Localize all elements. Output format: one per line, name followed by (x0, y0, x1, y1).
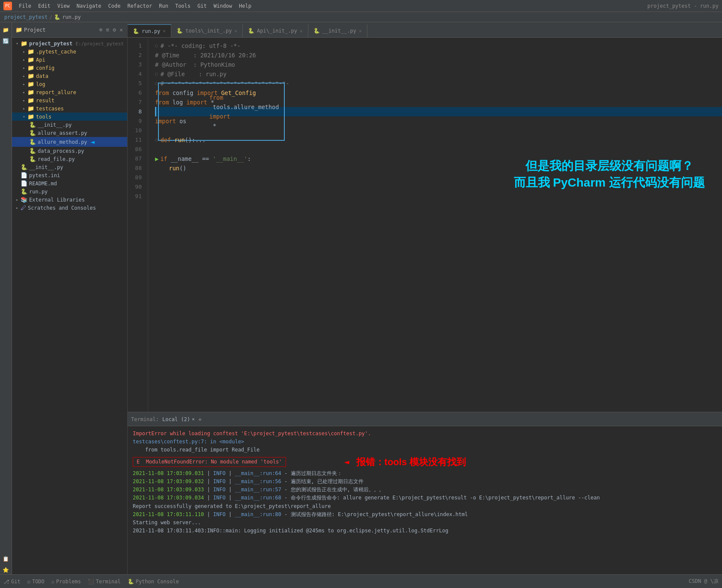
terminal-add-button[interactable]: + (198, 416, 202, 423)
tab-label: tools\_init_.py (185, 28, 232, 34)
tree-pytest-ini[interactable]: 📄 pytest.ini (12, 171, 127, 179)
menu-refactor[interactable]: Refactor (124, 2, 155, 10)
folder-icon: 📁 (27, 48, 34, 55)
code-line-2: # @Time : 2021/10/16 20:26 (155, 50, 722, 60)
menu-window[interactable]: Window (210, 2, 236, 10)
code-content[interactable]: ○ # -*- coding: utf-8 -*- # @Time : 2021… (148, 38, 722, 412)
breadcrumb-file: 🐍 run.py (54, 14, 81, 20)
close-panel-icon[interactable]: ✕ (119, 26, 124, 34)
tree-external-libraries[interactable]: ▸ 📚 External Libraries (12, 196, 127, 204)
tree-config[interactable]: ▸ 📁 config (12, 64, 127, 72)
menu-navigate[interactable]: Navigate (73, 2, 105, 10)
status-terminal[interactable]: ⬛ Terminal (88, 579, 121, 585)
terminal-timestamp: 2021-11-08 17:03:09.031 (133, 470, 204, 476)
terminal-area: Terminal: Local (2) ✕ + ImportError whil… (128, 412, 722, 574)
tree-readme[interactable]: 📄 README.md (12, 179, 127, 187)
tree-allure-method[interactable]: 🐍 allure_method.py ◄ (12, 137, 127, 147)
commit-icon[interactable]: 🔃 (2, 37, 10, 45)
app-icon: PC (3, 2, 12, 10)
tree-log[interactable]: ▸ 📁 log (12, 80, 127, 88)
folder-icon: 📁 (27, 89, 34, 95)
terminal-pipe: | (207, 470, 213, 476)
status-bar-right: CSDN @ \凉 (689, 578, 719, 585)
terminal-tab-close[interactable]: ✕ (192, 416, 195, 422)
code-text: * (209, 122, 216, 129)
status-git[interactable]: ⎇ Git (3, 579, 21, 585)
tree-report-allure[interactable]: ▸ 📁 report_allure (12, 88, 127, 96)
tab-run-py[interactable]: 🐍 run.py ✕ (128, 24, 171, 37)
menu-git[interactable]: Git (194, 2, 210, 10)
code-editor[interactable]: 1 2 3 4 5 6 7 8 9 10 11 86 87 88 89 90 9 (128, 38, 722, 412)
tree-tools[interactable]: ▾ 📁 tools (12, 113, 127, 121)
tab-close[interactable]: ✕ (359, 28, 362, 34)
project-tree: ▾ 📁 project_pytest E:/project_pytest ▸ 📁… (12, 38, 127, 574)
terminal-msg: Report successfully generated to E:\proj… (133, 503, 331, 509)
status-problems[interactable]: ⚠ Problems (51, 579, 81, 585)
terminal-content: ImportError while loading conftest 'E:\p… (128, 426, 722, 574)
tree-allure-assert[interactable]: 🐍 allure_assert.py (12, 129, 127, 137)
code-line-3: # @Author : PythonKimo (155, 60, 722, 69)
collapse-icon[interactable]: ≡ (105, 26, 110, 34)
tree-api[interactable]: ▸ 📁 Api (12, 56, 127, 64)
tree-root-init[interactable]: 🐍 __init__.py (12, 163, 127, 171)
terminal-level: INFO (213, 470, 226, 476)
status-todo[interactable]: ☑ TODO (27, 579, 45, 585)
main-layout: 📁 🔃 📋 ⭐ 📁 Project ⊕ ≡ ⚙ ✕ ▾ 📁 project_py… (0, 22, 722, 574)
project-icon[interactable]: 📁 (2, 26, 10, 34)
tree-testcases[interactable]: ▸ 📁 testcases (12, 104, 127, 113)
tree-run-py[interactable]: 🐍 run.py (12, 187, 127, 196)
tree-data[interactable]: ▸ 📁 data (12, 72, 127, 80)
terminal-msg: - 测试报告存储路径: E:\project_pytest\report_all… (284, 511, 468, 517)
tree-pytest-cache[interactable]: ▸ 📁 .pytest_cache (12, 48, 127, 56)
tab-init[interactable]: 🐍 __init__.py ✕ (308, 24, 367, 37)
python-console-label: Python Console (136, 579, 179, 585)
terminal-source: __main__:run:56 (235, 478, 281, 484)
structure-icon[interactable]: 📋 (2, 555, 10, 563)
tab-close[interactable]: ✕ (300, 28, 303, 34)
terminal-timestamp: 2021-11-08 17:03:09.032 (133, 478, 204, 484)
line-num-91: 91 (128, 192, 144, 201)
code-line-90 (155, 182, 722, 192)
breadcrumb-project[interactable]: project_pytest (4, 14, 48, 20)
favorites-icon[interactable]: ⭐ (2, 566, 10, 574)
line-num-7: 7 (128, 98, 144, 107)
tab-close[interactable]: ✕ (234, 28, 237, 34)
terminal-line-2: testcases\conftest.py:7: in <module> (133, 438, 717, 446)
tree-label: result (36, 98, 54, 104)
scope-icon[interactable]: ⊕ (98, 26, 104, 34)
terminal-link[interactable]: testcases\conftest.py:7: in <module> (133, 439, 244, 445)
tree-label: config (36, 65, 54, 71)
menu-view[interactable]: View (54, 2, 73, 10)
terminal-label: Terminal (96, 579, 121, 585)
tree-label: data_process.py (38, 148, 84, 154)
menu-help[interactable]: Help (236, 2, 255, 10)
tab-local2[interactable]: Local (2) ✕ (162, 416, 195, 422)
py-file-icon: 🐍 (29, 156, 36, 162)
project-panel: 📁 Project ⊕ ≡ ⚙ ✕ ▾ 📁 project_pytest E:/… (12, 22, 128, 574)
tree-tools-init[interactable]: 🐍 __init__.py (12, 121, 127, 129)
tree-label-tools: tools (36, 114, 51, 120)
tab-close[interactable]: ✕ (163, 28, 166, 34)
code-text: # @File : run.py (161, 69, 227, 79)
run-arrow-icon[interactable]: ▶ (155, 154, 158, 163)
menu-edit[interactable]: Edit (35, 2, 54, 10)
menu-tools[interactable]: Tools (172, 2, 194, 10)
tree-result[interactable]: ▸ 📁 result (12, 96, 127, 104)
tree-data-process[interactable]: 🐍 data_process.py (12, 147, 127, 155)
status-python-console[interactable]: 🐍 Python Console (128, 579, 179, 585)
breadcrumb-sep: / (49, 14, 52, 20)
terminal-line-8: 2021-11-08 17:03:09.034 | INFO | __main_… (133, 494, 717, 502)
menu-code[interactable]: Code (105, 2, 124, 10)
py-file-icon: 🐍 (29, 130, 36, 136)
menu-run[interactable]: Run (155, 2, 172, 10)
code-text: : (248, 154, 251, 163)
tree-scratches[interactable]: ▸ 🖊 Scratches and Consoles (12, 204, 127, 212)
tab-api-init[interactable]: 🐍 Api\_init_.py ✕ (243, 24, 308, 37)
tree-root[interactable]: ▾ 📁 project_pytest E:/project_pytest (12, 39, 127, 48)
settings-icon[interactable]: ⚙ (112, 26, 117, 34)
tab-tools-init[interactable]: 🐍 tools\_init_.py ✕ (171, 24, 243, 37)
terminal-line-7: 2021-11-08 17:03:09.033 | INFO | __main_… (133, 486, 717, 494)
menu-file[interactable]: File (15, 2, 35, 10)
terminal-pipe: | (229, 478, 235, 484)
tree-read-file[interactable]: 🐍 read_file.py (12, 155, 127, 163)
